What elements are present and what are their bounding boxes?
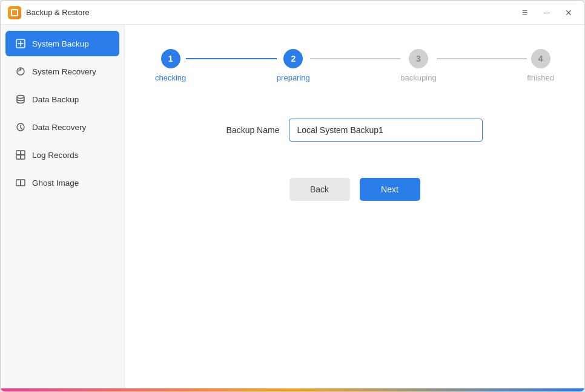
log-records-icon bbox=[15, 149, 26, 160]
svg-rect-4 bbox=[16, 151, 21, 155]
svg-rect-5 bbox=[21, 151, 25, 155]
sidebar-label-data-backup: Data Backup bbox=[32, 95, 79, 104]
backup-name-label: Backup Name bbox=[226, 125, 280, 135]
sidebar-item-ghost-image[interactable]: Ghost Image bbox=[5, 170, 119, 195]
system-backup-icon bbox=[15, 38, 26, 49]
backup-name-input[interactable] bbox=[289, 119, 483, 142]
sidebar-item-system-recovery[interactable]: System Recovery bbox=[5, 59, 119, 84]
sidebar-item-system-backup[interactable]: System Backup bbox=[5, 31, 119, 56]
ghost-image-icon bbox=[15, 177, 26, 188]
svg-point-2 bbox=[17, 96, 24, 99]
step-4-circle: 4 bbox=[531, 49, 550, 68]
app-logo bbox=[8, 6, 21, 19]
step-1-label: checking bbox=[155, 73, 186, 82]
next-button[interactable]: Next bbox=[360, 178, 420, 201]
sidebar-label-log-records: Log Records bbox=[32, 151, 79, 160]
sidebar-item-data-recovery[interactable]: Data Recovery bbox=[5, 114, 119, 140]
system-recovery-icon bbox=[15, 66, 26, 77]
back-button[interactable]: Back bbox=[289, 178, 350, 201]
connector-1-2 bbox=[186, 58, 277, 59]
step-3: 3 backuping bbox=[400, 49, 436, 82]
data-recovery-icon bbox=[15, 122, 26, 132]
step-1-circle: 1 bbox=[161, 49, 180, 68]
menu-button[interactable]: ≡ bbox=[517, 4, 534, 21]
backup-name-form: Backup Name bbox=[155, 119, 554, 142]
action-buttons: Back Next bbox=[155, 178, 554, 201]
step-1: 1 checking bbox=[155, 49, 186, 82]
sidebar-label-ghost-image: Ghost Image bbox=[32, 178, 79, 188]
connector-3-4 bbox=[437, 58, 527, 59]
sidebar-label-data-recovery: Data Recovery bbox=[32, 123, 86, 132]
step-4: 4 finished bbox=[527, 49, 554, 82]
svg-rect-9 bbox=[21, 180, 25, 186]
content-area: 1 checking 2 preparing 3 bbox=[125, 25, 584, 388]
sidebar: System Backup System Recovery bbox=[1, 25, 125, 388]
connector-2-3 bbox=[310, 58, 401, 59]
svg-rect-7 bbox=[21, 155, 25, 159]
sidebar-label-system-recovery: System Recovery bbox=[32, 67, 96, 76]
app-window: Backup & Restore ≡ ─ ✕ System Backup bbox=[0, 0, 585, 392]
progress-stepper: 1 checking 2 preparing 3 bbox=[155, 49, 554, 82]
main-layout: System Backup System Recovery bbox=[1, 25, 584, 388]
window-controls: ≡ ─ ✕ bbox=[517, 4, 577, 21]
step-4-label: finished bbox=[527, 73, 554, 82]
app-title: Backup & Restore bbox=[26, 8, 517, 17]
data-backup-icon bbox=[15, 94, 26, 105]
svg-rect-6 bbox=[16, 155, 21, 159]
step-3-label: backuping bbox=[400, 73, 436, 82]
close-button[interactable]: ✕ bbox=[560, 4, 577, 21]
sidebar-label-system-backup: System Backup bbox=[32, 39, 89, 48]
sidebar-item-log-records[interactable]: Log Records bbox=[5, 142, 119, 168]
sidebar-item-data-backup[interactable]: Data Backup bbox=[5, 87, 119, 112]
step-3-circle: 3 bbox=[409, 49, 428, 68]
svg-rect-8 bbox=[16, 180, 21, 186]
titlebar: Backup & Restore ≡ ─ ✕ bbox=[1, 1, 584, 25]
minimize-button[interactable]: ─ bbox=[538, 4, 555, 21]
step-2: 2 preparing bbox=[277, 49, 310, 82]
step-2-label: preparing bbox=[277, 73, 310, 82]
step-2-circle: 2 bbox=[283, 49, 303, 68]
bottom-accent-bar bbox=[1, 388, 584, 391]
